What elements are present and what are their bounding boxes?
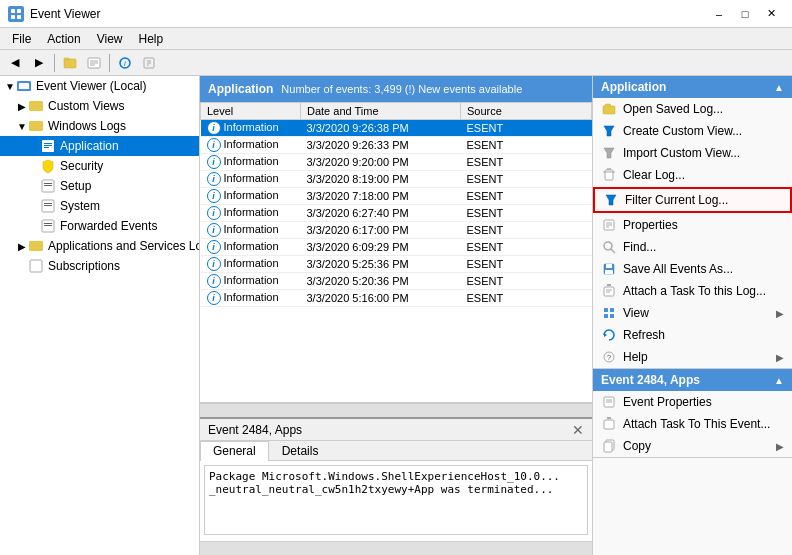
attach-task-label: Attach a Task To this Log...: [623, 284, 784, 298]
actions-filter-current-log[interactable]: Filter Current Log...: [593, 187, 792, 213]
actions-clear-log[interactable]: Clear Log...: [593, 164, 792, 186]
log-hscroll[interactable]: [200, 403, 592, 417]
col-source[interactable]: Source: [461, 103, 592, 120]
svg-marker-36: [604, 126, 614, 136]
actions-find[interactable]: Find...: [593, 236, 792, 258]
svg-rect-29: [44, 205, 52, 206]
table-row[interactable]: i Information3/3/2020 9:26:33 PMESENT: [201, 137, 592, 154]
table-row[interactable]: i Information3/3/2020 6:09:29 PMESENT: [201, 239, 592, 256]
actions-import-custom-view[interactable]: Import Custom View...: [593, 142, 792, 164]
tab-general[interactable]: General: [200, 441, 269, 461]
attach-task-event-label: Attach Task To This Event...: [623, 417, 784, 431]
maximize-button[interactable]: □: [732, 4, 758, 24]
toolbar-btn-folder[interactable]: [59, 53, 81, 73]
cell-source: ESENT: [461, 273, 592, 290]
menu-action[interactable]: Action: [39, 30, 88, 48]
actions-section-1-header[interactable]: Application ▲: [593, 76, 792, 98]
menu-view[interactable]: View: [89, 30, 131, 48]
tree-root-expand[interactable]: ▼: [4, 80, 16, 92]
back-button[interactable]: ◀: [4, 53, 26, 73]
table-row[interactable]: i Information3/3/2020 5:25:36 PMESENT: [201, 256, 592, 273]
actions-refresh[interactable]: Refresh: [593, 324, 792, 346]
forward-button[interactable]: ▶: [28, 53, 50, 73]
svg-rect-32: [44, 225, 52, 226]
titlebar-title: Event Viewer: [30, 7, 100, 21]
actions-help[interactable]: ? Help ▶: [593, 346, 792, 368]
tree-subscriptions-expand: [16, 260, 28, 272]
tree-item-custom-views[interactable]: ▶ Custom Views: [0, 96, 199, 116]
close-button[interactable]: ✕: [758, 4, 784, 24]
tree-windows-logs-label: Windows Logs: [48, 119, 126, 133]
tree-system-expand: [28, 200, 40, 212]
actions-attach-task[interactable]: Attach a Task To this Log...: [593, 280, 792, 302]
table-row[interactable]: i Information3/3/2020 8:19:00 PMESENT: [201, 171, 592, 188]
svg-rect-18: [29, 101, 43, 111]
svg-rect-68: [604, 442, 612, 452]
log-table-wrap[interactable]: Level Date and Time Source i Information…: [200, 102, 592, 403]
tree-item-subscriptions[interactable]: Subscriptions: [0, 256, 199, 276]
toolbar-btn-4[interactable]: [138, 53, 160, 73]
table-row[interactable]: i Information3/3/2020 9:26:38 PMESENT: [201, 120, 592, 137]
tree-item-windows-logs[interactable]: ▼ Windows Logs: [0, 116, 199, 136]
table-row[interactable]: i Information3/3/2020 9:20:00 PMESENT: [201, 154, 592, 171]
svg-rect-50: [605, 270, 613, 274]
cell-level: i Information: [201, 120, 301, 137]
actions-event-properties[interactable]: Event Properties: [593, 391, 792, 413]
actions-open-saved-log[interactable]: Open Saved Log...: [593, 98, 792, 120]
actions-section-2-arrow: ▲: [774, 375, 784, 386]
cell-datetime: 3/3/2020 9:20:00 PM: [301, 154, 461, 171]
table-row[interactable]: i Information3/3/2020 6:27:40 PMESENT: [201, 205, 592, 222]
table-row[interactable]: i Information3/3/2020 5:16:00 PMESENT: [201, 290, 592, 307]
tree-appsvc-icon: [28, 238, 44, 254]
table-row[interactable]: i Information3/3/2020 7:18:00 PMESENT: [201, 188, 592, 205]
actions-save-all[interactable]: Save All Events As...: [593, 258, 792, 280]
actions-view[interactable]: View ▶: [593, 302, 792, 324]
svg-rect-22: [44, 145, 52, 146]
toolbar-btn-3[interactable]: i: [114, 53, 136, 73]
tab-details[interactable]: Details: [269, 441, 332, 460]
menu-file[interactable]: File: [4, 30, 39, 48]
info-icon: i: [207, 240, 221, 254]
menu-help[interactable]: Help: [131, 30, 172, 48]
minimize-button[interactable]: –: [706, 4, 732, 24]
table-row[interactable]: i Information3/3/2020 5:20:36 PMESENT: [201, 273, 592, 290]
detail-hscroll[interactable]: [200, 541, 592, 555]
col-level[interactable]: Level: [201, 103, 301, 120]
svg-line-47: [611, 249, 615, 253]
tree-item-appsvc[interactable]: ▶ Applications and Services Lo...: [0, 236, 199, 256]
actions-create-custom-view[interactable]: Create Custom View...: [593, 120, 792, 142]
svg-rect-3: [17, 15, 21, 19]
tree-subscriptions-label: Subscriptions: [48, 259, 120, 273]
cell-level: i Information: [201, 273, 301, 290]
tree-item-forwarded[interactable]: Forwarded Events: [0, 216, 199, 236]
tree-item-security[interactable]: Security: [0, 156, 199, 176]
actions-attach-task-event[interactable]: Attach Task To This Event...: [593, 413, 792, 435]
cell-source: ESENT: [461, 256, 592, 273]
col-datetime[interactable]: Date and Time: [301, 103, 461, 120]
actions-copy[interactable]: Copy ▶: [593, 435, 792, 457]
copy-icon: [601, 438, 617, 454]
import-custom-view-label: Import Custom View...: [623, 146, 784, 160]
properties-icon: [601, 217, 617, 233]
svg-rect-25: [44, 183, 52, 184]
tree-appsvc-expand[interactable]: ▶: [16, 240, 28, 252]
tree-item-application[interactable]: Application: [0, 136, 199, 156]
info-icon: i: [207, 223, 221, 237]
actions-section-2-header[interactable]: Event 2484, Apps ▲: [593, 369, 792, 391]
table-row[interactable]: i Information3/3/2020 6:17:00 PMESENT: [201, 222, 592, 239]
tree-root[interactable]: ▼ Event Viewer (Local): [0, 76, 199, 96]
detail-close-button[interactable]: ✕: [572, 422, 584, 438]
tree-application-label: Application: [60, 139, 119, 153]
info-icon: i: [207, 291, 221, 305]
svg-rect-1: [17, 9, 21, 13]
clear-icon: [601, 167, 617, 183]
tree-windows-logs-expand[interactable]: ▼: [16, 120, 28, 132]
tree-item-system[interactable]: System: [0, 196, 199, 216]
actions-properties[interactable]: Properties: [593, 214, 792, 236]
view-label: View: [623, 306, 770, 320]
toolbar-btn-2[interactable]: [83, 53, 105, 73]
svg-point-46: [604, 242, 612, 250]
help-arrow: ▶: [776, 352, 784, 363]
tree-custom-views-expand[interactable]: ▶: [16, 100, 28, 112]
tree-item-setup[interactable]: Setup: [0, 176, 199, 196]
